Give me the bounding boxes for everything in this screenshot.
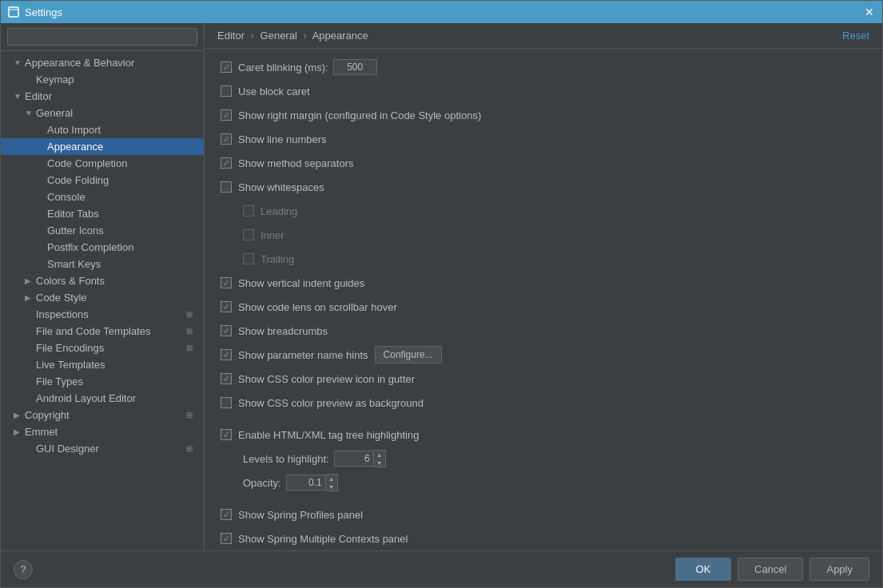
sidebar-item-general[interactable]: ▼ General bbox=[1, 105, 204, 121]
leading-checkbox[interactable] bbox=[243, 205, 254, 217]
show-vertical-indent-checkbox[interactable] bbox=[221, 277, 232, 288]
arrow-icon: ▼ bbox=[25, 109, 36, 117]
main-content: ▼ Appearance & Behavior Keymap ▼ Editor … bbox=[1, 23, 882, 550]
show-breadcrumbs-checkbox[interactable] bbox=[221, 325, 232, 336]
window-icon bbox=[7, 6, 20, 18]
sidebar-item-label: GUI Designer bbox=[36, 443, 183, 455]
opacity-increment-button[interactable]: ▲ bbox=[326, 475, 337, 483]
show-method-separators-checkbox[interactable] bbox=[221, 157, 232, 169]
sidebar-item-gutter-icons[interactable]: Gutter Icons bbox=[1, 222, 204, 239]
show-spring-multiple-row: Show Spring Multiple Contexts panel bbox=[221, 530, 866, 547]
sidebar-item-code-style[interactable]: ▶ Code Style bbox=[1, 289, 204, 306]
arrow-icon: ▶ bbox=[14, 411, 25, 419]
sidebar-item-label: Code Style bbox=[36, 292, 197, 304]
use-block-caret-row: Use block caret bbox=[221, 82, 866, 100]
sidebar-item-postfix-completion[interactable]: Postfix Completion bbox=[1, 239, 204, 256]
arrow-icon: ▶ bbox=[25, 276, 36, 285]
levels-decrement-button[interactable]: ▼ bbox=[374, 459, 385, 467]
levels-input[interactable] bbox=[334, 451, 374, 467]
search-box bbox=[1, 23, 204, 51]
trailing-checkbox[interactable] bbox=[243, 253, 254, 264]
apply-button[interactable]: Apply bbox=[809, 558, 869, 581]
breadcrumb-editor: Editor bbox=[217, 30, 245, 42]
show-code-lens-label: Show code lens on scrollbar hover bbox=[238, 301, 397, 313]
svg-rect-0 bbox=[9, 7, 18, 17]
show-code-lens-checkbox[interactable] bbox=[221, 301, 232, 312]
close-button[interactable]: ✕ bbox=[863, 6, 876, 18]
reset-button[interactable]: Reset bbox=[842, 30, 869, 42]
sidebar-item-code-folding[interactable]: Code Folding bbox=[1, 172, 204, 189]
titlebar: Settings ✕ bbox=[1, 1, 882, 23]
sidebar-item-inspections[interactable]: Inspections ⊞ bbox=[1, 306, 204, 323]
caret-blinking-checkbox[interactable] bbox=[221, 62, 232, 73]
show-spring-profiles-checkbox[interactable] bbox=[221, 509, 232, 520]
caret-blinking-input[interactable] bbox=[333, 59, 377, 75]
sidebar-item-label: Editor bbox=[25, 90, 197, 102]
external-icon: ⊞ bbox=[186, 443, 197, 455]
sidebar-item-file-encodings[interactable]: File Encodings ⊞ bbox=[1, 340, 204, 356]
show-spring-multiple-checkbox[interactable] bbox=[221, 533, 232, 544]
sidebar-item-editor[interactable]: ▼ Editor bbox=[1, 88, 204, 105]
sidebar-item-label: Appearance bbox=[47, 141, 197, 153]
sidebar-item-colors-fonts[interactable]: ▶ Colors & Fonts bbox=[1, 272, 204, 289]
sidebar-item-emmet[interactable]: ▶ Emmet bbox=[1, 423, 204, 440]
sidebar-item-smart-keys[interactable]: Smart Keys bbox=[1, 256, 204, 272]
leading-label: Leading bbox=[261, 205, 297, 217]
configure-button[interactable]: Configure... bbox=[375, 346, 442, 364]
sidebar-item-appearance-behavior[interactable]: ▼ Appearance & Behavior bbox=[1, 54, 204, 71]
use-block-caret-checkbox[interactable] bbox=[221, 85, 232, 97]
show-line-numbers-row: Show line numbers bbox=[221, 130, 866, 148]
show-whitespaces-label: Show whitespaces bbox=[238, 181, 324, 193]
sidebar-item-label: Code Completion bbox=[47, 157, 197, 169]
cancel-button[interactable]: Cancel bbox=[738, 558, 803, 581]
sidebar-item-file-types[interactable]: File Types bbox=[1, 373, 204, 390]
show-css-color-icon-row: Show CSS color preview icon in gutter bbox=[221, 370, 866, 387]
show-css-color-icon-checkbox[interactable] bbox=[221, 373, 232, 384]
sidebar-item-editor-tabs[interactable]: Editor Tabs bbox=[1, 205, 204, 222]
show-param-hints-label: Show parameter name hints bbox=[238, 349, 368, 361]
opacity-input[interactable] bbox=[286, 475, 326, 491]
show-vertical-indent-row: Show vertical indent guides bbox=[221, 274, 866, 292]
sidebar-item-appearance[interactable]: Appearance bbox=[1, 138, 204, 155]
show-right-margin-checkbox[interactable] bbox=[221, 109, 232, 121]
ok-button[interactable]: OK bbox=[675, 558, 731, 581]
levels-highlight-row: Levels to highlight: ▲ ▼ bbox=[221, 450, 866, 467]
show-right-margin-label: Show right margin (configured in Code St… bbox=[238, 109, 481, 121]
sidebar-item-file-code-templates[interactable]: File and Code Templates ⊞ bbox=[1, 323, 204, 340]
sidebar-item-keymap[interactable]: Keymap bbox=[1, 71, 204, 88]
show-method-separators-row: Show method separators bbox=[221, 154, 866, 172]
levels-increment-button[interactable]: ▲ bbox=[374, 451, 385, 459]
breadcrumb-general: General bbox=[261, 30, 297, 42]
show-code-lens-row: Show code lens on scrollbar hover bbox=[221, 298, 866, 316]
sidebar-item-label: File Encodings bbox=[36, 342, 183, 354]
trailing-row: Trailing bbox=[221, 250, 866, 268]
enable-html-xml-label: Enable HTML/XML tag tree highlighting bbox=[238, 429, 419, 441]
show-vertical-indent-label: Show vertical indent guides bbox=[238, 277, 364, 289]
sidebar-item-live-templates[interactable]: Live Templates bbox=[1, 356, 204, 373]
show-line-numbers-checkbox[interactable] bbox=[221, 133, 232, 145]
sidebar-item-android-layout-editor[interactable]: Android Layout Editor bbox=[1, 390, 204, 407]
search-wrap bbox=[7, 28, 197, 46]
opacity-decrement-button[interactable]: ▼ bbox=[326, 483, 337, 491]
inner-label: Inner bbox=[261, 229, 284, 241]
sidebar-item-label: Editor Tabs bbox=[47, 208, 197, 220]
window-title: Settings bbox=[25, 6, 863, 18]
levels-spinner: ▲ ▼ bbox=[334, 450, 386, 467]
search-input[interactable] bbox=[7, 28, 197, 46]
settings-content: Caret blinking (ms): Use block caret Sho… bbox=[205, 49, 882, 550]
arrow-icon: ▶ bbox=[25, 293, 36, 302]
help-button[interactable]: ? bbox=[14, 560, 33, 579]
show-css-color-bg-checkbox[interactable] bbox=[221, 397, 232, 408]
show-whitespaces-checkbox[interactable] bbox=[221, 181, 232, 193]
opacity-spinner-buttons: ▲ ▼ bbox=[326, 474, 338, 491]
show-param-hints-checkbox[interactable] bbox=[221, 349, 232, 360]
sidebar-item-code-completion[interactable]: Code Completion bbox=[1, 155, 204, 172]
sidebar-item-auto-import[interactable]: Auto Import bbox=[1, 121, 204, 138]
caret-blinking-row: Caret blinking (ms): bbox=[221, 58, 866, 76]
opacity-label: Opacity: bbox=[243, 477, 281, 489]
enable-html-xml-checkbox[interactable] bbox=[221, 429, 232, 440]
sidebar-item-gui-designer[interactable]: GUI Designer ⊞ bbox=[1, 440, 204, 457]
sidebar-item-console[interactable]: Console bbox=[1, 189, 204, 205]
inner-checkbox[interactable] bbox=[243, 229, 254, 240]
sidebar-item-copyright[interactable]: ▶ Copyright ⊞ bbox=[1, 407, 204, 423]
